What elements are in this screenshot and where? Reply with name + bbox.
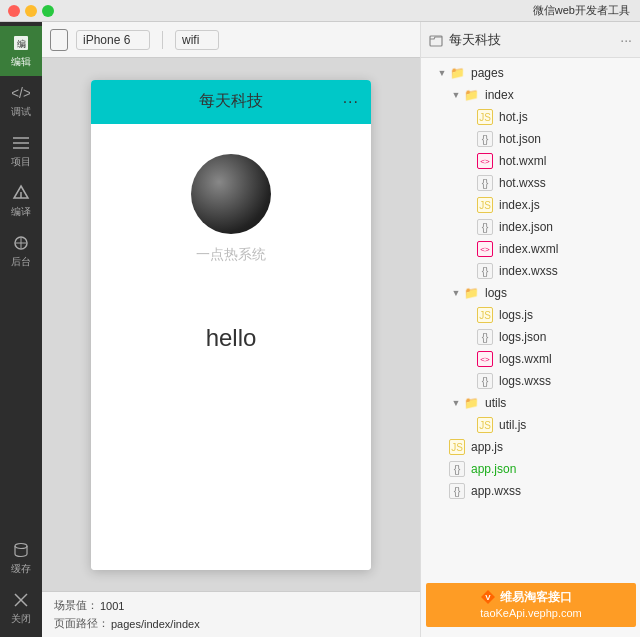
svg-text:V: V xyxy=(486,593,492,602)
tree-item-label: pages xyxy=(471,66,504,80)
panel-header-menu[interactable]: ··· xyxy=(620,32,632,48)
tree-item-logs-json[interactable]: {}logs.json xyxy=(421,326,640,348)
phone-hello: hello xyxy=(206,324,257,352)
tree-item-index-wxml[interactable]: <>index.wxml xyxy=(421,238,640,260)
tree-item-logs-wxss[interactable]: {}logs.wxss xyxy=(421,370,640,392)
watermark: V 维易淘客接口 taoKeApi.vephp.com xyxy=(426,583,636,627)
tree-item-index-json[interactable]: {}index.json xyxy=(421,216,640,238)
tree-item-utils[interactable]: ▼📁utils xyxy=(421,392,640,414)
sidebar-label-debug: 调试 xyxy=(11,105,31,119)
sidebar-item-close[interactable]: 关闭 xyxy=(0,583,42,633)
tree-item-label: hot.wxss xyxy=(499,176,546,190)
watermark-icon: V xyxy=(480,589,496,605)
tree-item-label: index xyxy=(485,88,514,102)
sidebar-label-cache: 缓存 xyxy=(11,562,31,576)
wxss-file-icon: {} xyxy=(477,263,493,279)
tree-item-hot-wxml[interactable]: <>hot.wxml xyxy=(421,150,640,172)
titlebar: 微信web开发者工具 xyxy=(0,0,640,22)
navbar-dots: ··· xyxy=(343,93,359,111)
folder-icon: 📁 xyxy=(463,395,479,411)
json-file-icon: {} xyxy=(477,131,493,147)
phone-frame-container: 每天科技 ··· 一点热系统 hello xyxy=(42,58,420,591)
project-icon xyxy=(11,133,31,153)
scene-label: 场景值： xyxy=(54,598,98,613)
tree-item-label: hot.wxml xyxy=(499,154,546,168)
sidebar: 编 编辑 </> 调试 项目 xyxy=(0,22,42,637)
file-panel: 每天科技 ··· ▼📁pages▼📁indexJShot.js{}hot.jso… xyxy=(420,22,640,637)
tree-item-label: app.js xyxy=(471,440,503,454)
js-file-icon: JS xyxy=(449,439,465,455)
file-tree: ▼📁pages▼📁indexJShot.js{}hot.json<>hot.wx… xyxy=(421,58,640,637)
sidebar-item-project[interactable]: 项目 xyxy=(0,126,42,176)
tree-item-util-js[interactable]: JSutil.js xyxy=(421,414,640,436)
tree-item-label: logs.json xyxy=(499,330,546,344)
phone-navbar: 每天科技 ··· xyxy=(91,80,371,124)
sidebar-label-edit: 编辑 xyxy=(11,55,31,69)
json-file-icon: {} xyxy=(477,329,493,345)
tree-item-label: index.json xyxy=(499,220,553,234)
tree-item-label: hot.json xyxy=(499,132,541,146)
folder-icon: 📁 xyxy=(449,65,465,81)
phone-icon xyxy=(50,29,68,51)
preview-area: iPhone 6 wifi 每天科技 ··· 一点热系统 hello xyxy=(42,22,420,637)
folder-arrow: ▼ xyxy=(449,90,463,100)
tree-item-hot-js[interactable]: JShot.js xyxy=(421,106,640,128)
device-toolbar: iPhone 6 wifi xyxy=(42,22,420,58)
tree-item-app-json[interactable]: {}app.json xyxy=(421,458,640,480)
window-title: 微信web开发者工具 xyxy=(533,3,630,18)
wxml-file-icon: <> xyxy=(477,351,493,367)
sidebar-item-edit[interactable]: 编 编辑 xyxy=(0,26,42,76)
tree-item-index[interactable]: ▼📁index xyxy=(421,84,640,106)
navbar-title: 每天科技 xyxy=(199,91,263,112)
tree-item-label: util.js xyxy=(499,418,526,432)
folder-icon: 📁 xyxy=(463,87,479,103)
file-panel-title: 每天科技 xyxy=(449,31,501,49)
sidebar-label-close: 关闭 xyxy=(11,612,31,626)
sidebar-item-backend[interactable]: 后台 xyxy=(0,226,42,276)
file-panel-icon xyxy=(429,33,443,47)
phone-avatar xyxy=(191,154,271,234)
js-file-icon: JS xyxy=(477,307,493,323)
tree-item-logs-wxml[interactable]: <>logs.wxml xyxy=(421,348,640,370)
compile-icon xyxy=(11,183,31,203)
sidebar-item-debug[interactable]: </> 调试 xyxy=(0,76,42,126)
tree-item-hot-wxss[interactable]: {}hot.wxss xyxy=(421,172,640,194)
backend-icon xyxy=(11,233,31,253)
folder-arrow: ▼ xyxy=(449,398,463,408)
tree-item-label: logs.wxss xyxy=(499,374,551,388)
phone-frame: 每天科技 ··· 一点热系统 hello xyxy=(91,80,371,570)
folder-arrow: ▼ xyxy=(449,288,463,298)
network-selector[interactable]: wifi xyxy=(175,30,219,50)
tree-item-label: app.wxss xyxy=(471,484,521,498)
scene-row: 场景值： 1001 页面路径： pages/index/index xyxy=(54,598,200,631)
path-label: 页面路径： xyxy=(54,616,109,631)
maximize-button[interactable] xyxy=(42,5,54,17)
tree-item-logs-js[interactable]: JSlogs.js xyxy=(421,304,640,326)
js-file-icon: JS xyxy=(477,197,493,213)
watermark-line1: 维易淘客接口 xyxy=(500,589,572,606)
tree-item-logs[interactable]: ▼📁logs xyxy=(421,282,640,304)
tree-item-index-js[interactable]: JSindex.js xyxy=(421,194,640,216)
wxml-file-icon: <> xyxy=(477,153,493,169)
tree-item-hot-json[interactable]: {}hot.json xyxy=(421,128,640,150)
tree-item-label: app.json xyxy=(471,462,516,476)
device-selector[interactable]: iPhone 6 xyxy=(76,30,150,50)
edit-icon: 编 xyxy=(11,33,31,53)
tree-item-label: utils xyxy=(485,396,506,410)
sidebar-item-compile[interactable]: 编译 xyxy=(0,176,42,226)
minimize-button[interactable] xyxy=(25,5,37,17)
wxss-file-icon: {} xyxy=(477,373,493,389)
sidebar-item-cache[interactable]: 缓存 xyxy=(0,533,42,583)
tree-item-app-wxss[interactable]: {}app.wxss xyxy=(421,480,640,502)
folder-arrow: ▼ xyxy=(435,68,449,78)
tree-item-app-js[interactable]: JSapp.js xyxy=(421,436,640,458)
sidebar-label-compile: 编译 xyxy=(11,205,31,219)
tree-item-index-wxss[interactable]: {}index.wxss xyxy=(421,260,640,282)
cache-icon xyxy=(11,540,31,560)
wxml-file-icon: <> xyxy=(477,241,493,257)
close-button[interactable] xyxy=(8,5,20,17)
tree-item-pages[interactable]: ▼📁pages xyxy=(421,62,640,84)
watermark-line2: taoKeApi.vephp.com xyxy=(480,606,582,621)
js-file-icon: JS xyxy=(477,417,493,433)
debug-icon: </> xyxy=(11,83,31,103)
